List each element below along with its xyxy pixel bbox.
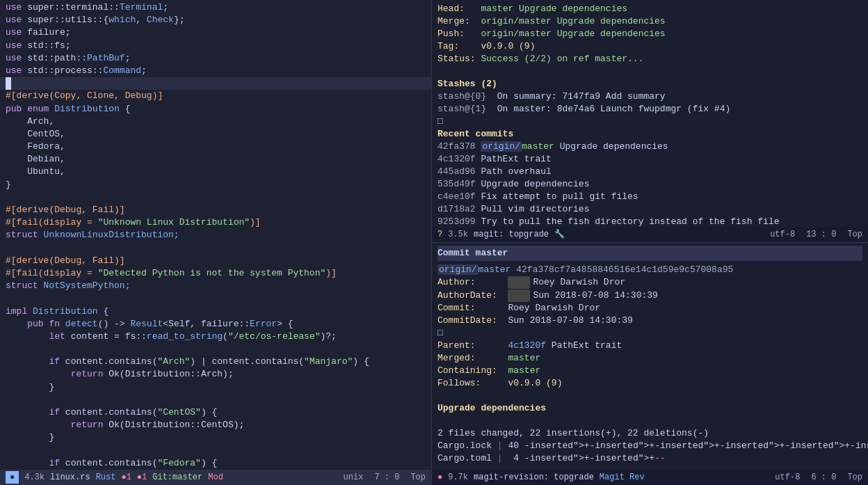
mode-indicator: ●: [6, 471, 19, 484]
magit-line: stash@{0} On summary: 7147fa9 Add summar…: [437, 90, 862, 103]
magit-line: [437, 65, 862, 78]
code-line: [0, 292, 431, 305]
code-line: if content.contains("CentOS") {: [0, 406, 431, 419]
magit-line: c4ee10f Fix attempt to pull git files: [437, 191, 862, 203]
magit-line: □: [437, 327, 862, 340]
code-line: [0, 445, 431, 457]
magit-line: Author: Roey Darwish Dror: [437, 276, 862, 289]
code-line: Debian,: [0, 153, 431, 166]
code-line: use std::path::PathBuf;: [0, 52, 431, 65]
magit-line: Push: origin/master Upgrade dependencies: [437, 28, 862, 40]
line-col-right-top: 13 : 0: [806, 229, 836, 241]
filename: linux.rs: [50, 472, 90, 484]
dot-indicator-2: ●1: [137, 472, 147, 484]
code-line: use std::process::Command;: [0, 65, 431, 77]
code-line: [0, 242, 431, 255]
code-line: return Ok(Distribution::Arch);: [0, 368, 431, 381]
revision-size: 9.7k: [448, 472, 468, 484]
code-line: pub enum Distribution {: [0, 103, 431, 116]
bottom-indicator: ●: [437, 472, 442, 484]
magit-line: Upgrade dependencies: [437, 402, 862, 415]
magit-commit-pane[interactable]: Commit masterorigin/master 42fa378cf7a48…: [432, 242, 868, 470]
top-label-right-top: Top: [847, 229, 862, 241]
magit-line: Tag: v0.9.0 (9): [437, 40, 862, 53]
top-label-right-bottom: Top: [847, 472, 862, 484]
code-line: use failure;: [0, 26, 431, 39]
code-line: Arch,: [0, 116, 431, 128]
magit-line: Cargo.lock | 40 -inserted">+-inserted">+…: [437, 440, 862, 452]
code-line: struct NotSystemPython;: [0, 280, 431, 292]
line-col-right-bottom: 6 : 0: [811, 472, 836, 484]
code-line: [0, 191, 431, 204]
magit-line: origin/master 42fa378cf7a4858846516e14c1…: [437, 264, 862, 276]
magit-line: stash@{1} On master: 8de74a6 Launch fwup…: [437, 103, 862, 116]
magit-line: Merge: origin/master Upgrade dependencie…: [437, 15, 862, 28]
code-line: let content = fs::read_to_string("/etc/o…: [0, 331, 431, 343]
code-line: #[derive(Copy, Clone, Debug)]: [0, 90, 431, 102]
magit-line: 4c1320f PathExt trait: [437, 153, 862, 166]
code-line: pub fn detect() -> Result<Self, failure:…: [0, 318, 431, 331]
code-line: if content.contains("Arch") | content.co…: [0, 356, 431, 368]
code-line: use super::terminal::Terminal;: [0, 1, 431, 14]
code-line: [0, 394, 431, 406]
magit-icon: 🔧: [554, 229, 565, 241]
magit-status-pane[interactable]: Head: master Upgrade dependenciesMerge: …: [432, 0, 868, 227]
magit-line: 2 files changed, 22 insertions(+), 22 de…: [437, 427, 862, 440]
code-line: #[derive(Debug, Fail)]: [0, 255, 431, 267]
git-status: Git:master: [152, 472, 202, 484]
top-label-left: Top: [410, 472, 426, 484]
code-line: return Ok(Distribution::CentOS);: [0, 419, 431, 431]
revision-buffer-name: magit-revision: topgrade: [474, 472, 594, 484]
magit-line: Merged: master: [437, 352, 862, 365]
question-icon: ?: [437, 229, 442, 241]
magit-line: □: [437, 116, 862, 128]
magit-line: CommitDate: Sun 2018-07-08 14:30:39: [437, 315, 862, 327]
magit-line: [437, 390, 862, 402]
magit-line: Status: Success (2/2) on ref master...: [437, 53, 862, 65]
magit-line: d1718a2 Pull vim directories: [437, 203, 862, 216]
right-top-status-bar: ? 3.5k magit: topgrade 🔧 utf-8 13 : 0 To…: [432, 227, 868, 242]
magit-line: Recent commits: [437, 128, 862, 141]
code-line: }: [0, 381, 431, 394]
code-line: }: [0, 431, 431, 444]
right-pane: Head: master Upgrade dependenciesMerge: …: [431, 0, 868, 485]
magit-line: [437, 415, 862, 427]
code-line: #[fail(display = "Unknown Linux Distribu…: [0, 216, 431, 229]
code-line: struct UnknownLinuxDistribution;: [0, 229, 431, 241]
code-line: use super::utils::{which, Check};: [0, 14, 431, 26]
magit-line: Head: master Upgrade dependencies: [437, 3, 862, 15]
code-line: impl Distribution {: [0, 305, 431, 318]
code-line: #[derive(Debug, Fail)]: [0, 204, 431, 216]
mod-status: Mod: [208, 472, 223, 484]
commit-header-bar: Commit master: [437, 246, 862, 261]
file-size: 4.3k: [24, 472, 45, 484]
dot-indicator-1: ●1: [121, 472, 131, 484]
magit-line: AuthorDate: Sun 2018-07-08 14:30:39: [437, 289, 862, 302]
magit-line: Follows: v0.9.0 (9): [437, 377, 862, 390]
code-line: if content.contains("Fedora") {: [0, 457, 431, 470]
encoding-left: unix: [344, 472, 364, 484]
code-line: }: [0, 179, 431, 191]
magit-line: Containing: master: [437, 365, 862, 377]
revision-mode: Magit Rev: [600, 472, 645, 484]
magit-buffer-name: magit: topgrade: [474, 229, 549, 241]
magit-line: Cargo.toml | 4 -inserted">+-inserted">+-…: [437, 452, 862, 465]
code-area[interactable]: use super::terminal::Terminal;use super:…: [0, 0, 431, 470]
magit-line: Parent: 4c1320f PathExt trait: [437, 340, 862, 352]
code-line: use std::fs;: [0, 40, 431, 52]
magit-line: 9253d99 Try to pull the fish directory i…: [437, 216, 862, 227]
magit-line: 42fa378 origin/master Upgrade dependenci…: [437, 141, 862, 153]
left-pane: use super::terminal::Terminal;use super:…: [0, 0, 431, 485]
right-bottom-status-bar: ● 9.7k magit-revision: topgrade Magit Re…: [432, 470, 868, 485]
code-line: #[fail(display = "Detected Python is not…: [0, 267, 431, 280]
code-line: [0, 343, 431, 356]
magit-line: Commit: Roey Darwish Dror: [437, 302, 862, 315]
left-status-bar: ● 4.3k linux.rs Rust ●1 ●1 Git:master Mo…: [0, 470, 431, 485]
magit-line: Stashes (2): [437, 78, 862, 90]
magit-line: 535d49f Upgrade dependencies: [437, 178, 862, 191]
magit-size: 3.5k: [448, 229, 468, 241]
line-col-left: 7 : 0: [374, 472, 399, 484]
encoding-right-top: utf-8: [770, 229, 795, 241]
code-line: Fedora,: [0, 141, 431, 153]
code-line: CentOS,: [0, 128, 431, 141]
